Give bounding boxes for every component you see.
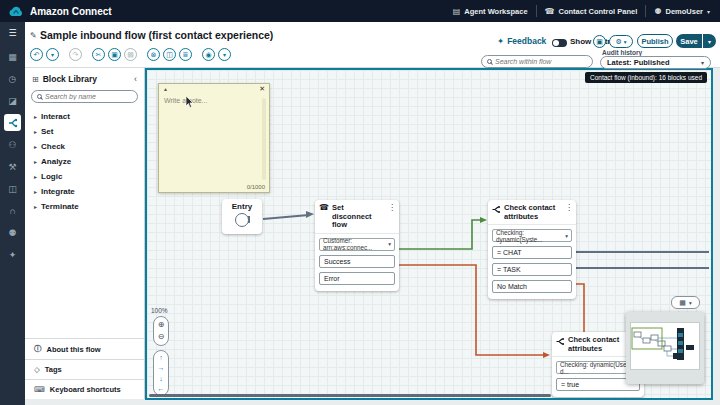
brand: Amazon Connect	[8, 6, 112, 17]
amazon-connect-logo-icon	[8, 6, 24, 17]
tags[interactable]: ◇Tags	[25, 359, 144, 379]
chevron-down-icon: ▾	[223, 51, 226, 58]
pan-controls: ↑ → ↓ ←	[153, 350, 169, 396]
sticky-note[interactable]: ▲ ✕ Write a note... 0/1000	[158, 83, 270, 193]
category-integrate[interactable]: ▸Integrate	[25, 184, 144, 199]
branch-chat[interactable]: = CHAT	[492, 246, 572, 259]
user-menu[interactable]: ⚉ DemoUser ▾	[654, 7, 710, 16]
brand-name: Amazon Connect	[30, 6, 112, 17]
show-metrics-toggle[interactable]	[552, 39, 567, 47]
chevron-down-icon: ▾	[708, 38, 711, 45]
blocks-used-badge: Contact flow (inbound): 16 blocks used	[585, 72, 707, 83]
kebab-menu-icon[interactable]: ⋮	[388, 204, 396, 212]
branch-success[interactable]: Success	[319, 255, 395, 268]
close-icon[interactable]: ✕	[259, 85, 265, 93]
category-set[interactable]: ▸Set	[25, 124, 144, 139]
category-analyze[interactable]: ▸Analyze	[25, 154, 144, 169]
category-interact[interactable]: ▸Interact	[25, 109, 144, 124]
about-this-flow[interactable]: ⓘAbout this flow	[25, 338, 144, 359]
block-parameter[interactable]: Customer: arn:aws:connec... ▾	[319, 238, 395, 251]
sidebar-item-dashboard[interactable]: ▦	[4, 48, 21, 65]
sidebar-item-cases[interactable]: ◫	[4, 180, 21, 197]
pan-down-button[interactable]: ↓	[159, 375, 163, 382]
minimap-view[interactable]	[630, 322, 700, 370]
minimap-toggle-button[interactable]: ▦ ▾	[671, 296, 700, 309]
expand-icon: ▸	[34, 113, 37, 120]
audit-history-select[interactable]: Latest: Published ▾	[600, 56, 711, 69]
chevron-down-icon: ▾	[51, 51, 54, 58]
branch-error[interactable]: Error	[319, 272, 395, 285]
sidebar-item-flows[interactable]	[4, 114, 21, 131]
flow-settings-button[interactable]: ▣	[593, 35, 606, 48]
hamburger-menu-icon[interactable]: ☰	[8, 28, 16, 38]
snapshot-button[interactable]: ◉	[202, 48, 215, 61]
remove-button[interactable]: ⊗	[147, 48, 160, 61]
block-library-search-input[interactable]	[45, 93, 132, 100]
pan-left-button[interactable]: ←	[158, 385, 165, 392]
save-button[interactable]: Save	[676, 34, 702, 48]
contact-control-panel-link[interactable]: ☎ Contact Control Panel	[545, 7, 638, 16]
note-handle-icon[interactable]: ▲	[163, 86, 168, 92]
sidebar-item-history[interactable]: ◷	[4, 70, 21, 87]
redo-button[interactable]: ↷	[69, 48, 82, 61]
settings-menu-button[interactable]: ⚙ ▾	[609, 35, 633, 48]
tag-icon: ◇	[34, 365, 40, 374]
block-check-contact-attributes-1[interactable]: Check contact attributes ⋮ Checking: dyn…	[488, 200, 576, 299]
undo-button[interactable]: ↶	[30, 48, 43, 61]
sidebar-item-users[interactable]: ⚇	[4, 136, 21, 153]
trash-button[interactable]: ◫	[163, 48, 176, 61]
paste-icon: ▤	[127, 51, 134, 59]
category-logic[interactable]: ▸Logic	[25, 169, 144, 184]
kebab-menu-icon[interactable]: ⋮	[565, 204, 573, 212]
flows-icon	[8, 118, 18, 128]
undo-options-button[interactable]: ▾	[46, 48, 59, 61]
block-set-disconnect-flow[interactable]: ☎ Set disconnect flow ⋮ Customer: arn:aw…	[315, 200, 399, 291]
paste-button[interactable]: ▤	[124, 48, 137, 61]
minimap-panel[interactable]	[626, 312, 704, 384]
divider	[536, 5, 537, 17]
entry-port-icon[interactable]	[235, 213, 249, 227]
copy-icon: ▣	[111, 51, 118, 59]
sidebar-item-integrations[interactable]: ✦	[4, 246, 21, 263]
search-within-flow-input[interactable]	[495, 58, 587, 65]
sidebar-item-support[interactable]: ∩	[4, 202, 21, 219]
undo-icon: ↶	[34, 51, 40, 59]
sidebar-item-metrics[interactable]: ◪	[4, 92, 21, 109]
sidebar-item-tools[interactable]: ⚒	[4, 158, 21, 175]
zoom-in-button[interactable]: ⊕	[158, 321, 165, 329]
flow-canvas[interactable]: Contact flow (inbound): 16 blocks used ▲…	[145, 68, 713, 400]
block-parameter[interactable]: Checking: dynamic(Syste... ▾	[492, 229, 572, 242]
branch-no-match[interactable]: No Match	[492, 280, 572, 293]
keyboard-shortcuts[interactable]: ⌨Keyboard shortcuts	[25, 379, 144, 399]
feedback-link[interactable]: ✦ Feedback	[497, 36, 546, 46]
flow-settings-icon: ▣	[596, 38, 603, 46]
publish-button[interactable]: Publish	[637, 34, 673, 48]
wire-entry-to-set	[263, 215, 309, 219]
cut-button[interactable]: ✂	[92, 48, 105, 61]
pan-right-button[interactable]: →	[158, 364, 165, 371]
note-scrollbar[interactable]	[262, 98, 266, 180]
collapse-panel-icon[interactable]: ‹	[134, 74, 137, 84]
notes-button[interactable]: ≣	[179, 48, 192, 61]
copy-button[interactable]: ▣	[108, 48, 121, 61]
sidebar-item-profile[interactable]: ⚉	[4, 224, 21, 241]
redo-icon: ↷	[73, 51, 79, 59]
mouse-cursor	[185, 96, 194, 108]
pan-up-button[interactable]: ↑	[159, 354, 163, 361]
block-library-icon: ⊞	[32, 75, 39, 84]
block-library-title: Block Library	[43, 74, 130, 84]
history-icon: ◷	[9, 74, 17, 84]
snapshot-options-button[interactable]: ▾	[218, 48, 231, 61]
agent-workspace-link[interactable]: ▤ Agent Workspace	[453, 7, 528, 16]
pencil-icon[interactable]: ✎	[30, 31, 37, 40]
save-options-button[interactable]: ▾	[703, 34, 716, 48]
horizontal-scrollbar[interactable]	[149, 394, 551, 397]
block-entry[interactable]: Entry	[222, 199, 262, 234]
category-check[interactable]: ▸Check	[25, 139, 144, 154]
category-terminate[interactable]: ▸Terminate	[25, 199, 144, 214]
set-disconnect-flow-icon: ☎	[319, 204, 329, 212]
zoom-out-button[interactable]: ⊖	[158, 333, 165, 341]
branch-task[interactable]: = TASK	[492, 263, 572, 276]
block-title: Entry	[222, 202, 262, 211]
block-library-panel: ⊞ Block Library ‹ ▸Interact ▸Set ▸Check …	[25, 68, 145, 399]
